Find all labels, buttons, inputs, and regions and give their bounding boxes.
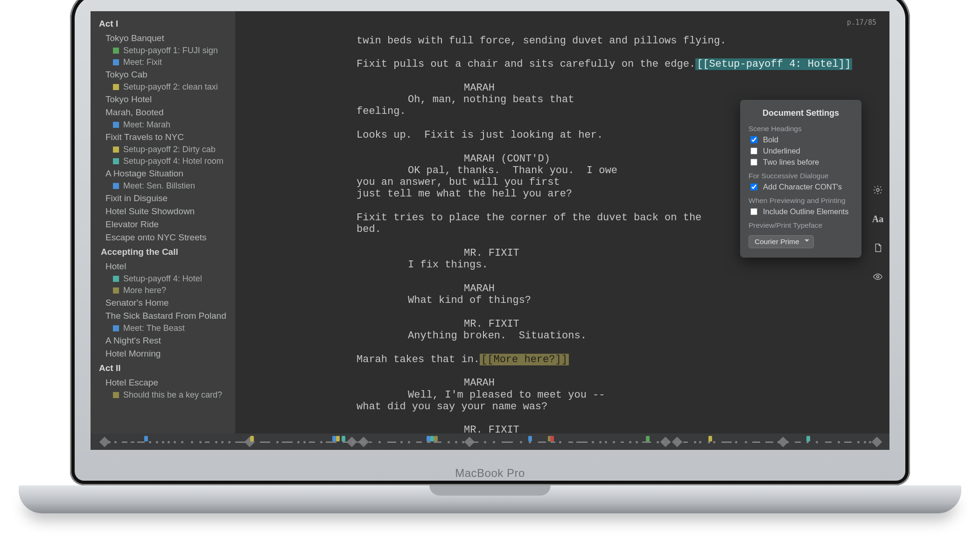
- timeline-dot[interactable]: [869, 441, 871, 443]
- timeline-marker[interactable]: [646, 436, 650, 441]
- outline-scene[interactable]: Hotel Morning: [91, 347, 235, 360]
- timeline-dash[interactable]: [765, 441, 773, 443]
- timeline-dot[interactable]: [168, 441, 170, 443]
- timeline-dash[interactable]: [282, 441, 293, 443]
- timeline-dot[interactable]: [857, 441, 860, 443]
- outline-sidebar[interactable]: Act ITokyo BanquetSetup-payoff 1: FUJI s…: [91, 11, 235, 434]
- outline-scene[interactable]: Senator's Home: [91, 296, 235, 309]
- timeline-dot[interactable]: [320, 441, 322, 443]
- timeline-dot[interactable]: [199, 441, 202, 443]
- timeline-dash[interactable]: [369, 441, 372, 443]
- timeline-marker[interactable]: [336, 436, 340, 441]
- outline-scene[interactable]: Escape onto NYC Streets: [91, 231, 235, 244]
- checkbox-underlined-input[interactable]: [750, 147, 757, 154]
- outline-note[interactable]: Setup-payoff 2: clean taxi: [91, 81, 235, 93]
- timeline-dash[interactable]: [434, 441, 441, 443]
- outline-note[interactable]: More here?: [91, 285, 235, 296]
- timeline-dot[interactable]: [297, 441, 300, 443]
- timeline-dash[interactable]: [576, 441, 588, 443]
- timeline-marker[interactable]: [250, 436, 254, 441]
- outline-note[interactable]: Setup-payoff 2: Dirty cab: [91, 144, 235, 155]
- timeline-dot[interactable]: [657, 441, 659, 443]
- timeline-dot[interactable]: [735, 441, 737, 443]
- checkbox-contd-input[interactable]: [750, 183, 757, 190]
- timeline-marker[interactable]: [806, 436, 810, 441]
- timeline-dash[interactable]: [467, 441, 478, 443]
- timeline-dot[interactable]: [662, 441, 665, 443]
- timeline-dash[interactable]: [416, 441, 422, 443]
- timeline-dash[interactable]: [538, 441, 546, 443]
- outline-scene[interactable]: Tokyo Hotel: [91, 93, 235, 106]
- timeline-marker[interactable]: [332, 436, 336, 441]
- timeline-dot[interactable]: [149, 441, 151, 443]
- timeline-dot[interactable]: [462, 441, 464, 443]
- timeline-dot[interactable]: [668, 441, 670, 443]
- timeline-dot[interactable]: [599, 441, 602, 443]
- page-icon[interactable]: [872, 242, 884, 254]
- timeline-dot[interactable]: [864, 441, 866, 443]
- timeline-marker[interactable]: [144, 436, 148, 441]
- timeline-dot[interactable]: [162, 441, 164, 443]
- timeline-dot[interactable]: [191, 441, 193, 443]
- timeline-dash[interactable]: [343, 441, 348, 443]
- timeline-diamond[interactable]: [872, 437, 882, 448]
- timeline-dot[interactable]: [520, 441, 522, 443]
- timeline-dash[interactable]: [844, 441, 852, 443]
- checkbox-bold[interactable]: Bold: [749, 135, 853, 145]
- timeline-dot[interactable]: [493, 441, 495, 443]
- timeline-track[interactable]: [97, 437, 883, 447]
- timeline-dot[interactable]: [228, 441, 231, 443]
- timeline-dash[interactable]: [137, 441, 145, 443]
- timeline-dash[interactable]: [621, 441, 624, 443]
- inline-note-more-here[interactable]: [[More here?]]: [480, 354, 569, 365]
- outline-act[interactable]: Act II: [91, 360, 235, 376]
- timeline-dot[interactable]: [484, 441, 486, 443]
- timeline-dash[interactable]: [427, 441, 431, 443]
- eye-icon[interactable]: [872, 271, 884, 283]
- outline-act[interactable]: Act I: [91, 16, 235, 32]
- timeline-marker[interactable]: [342, 436, 345, 441]
- timeline-dot[interactable]: [786, 441, 789, 443]
- timeline-marker[interactable]: [427, 436, 430, 441]
- gear-icon[interactable]: [872, 184, 884, 196]
- timeline-dot[interactable]: [276, 441, 279, 443]
- timeline-dash[interactable]: [752, 441, 760, 443]
- checkbox-include-outline[interactable]: Include Outline Elements: [749, 207, 853, 217]
- timeline-dot[interactable]: [408, 441, 410, 443]
- timeline-dot[interactable]: [108, 441, 111, 443]
- timeline-dot[interactable]: [303, 441, 306, 443]
- outline-scene[interactable]: Hotel: [91, 260, 235, 273]
- checkbox-bold-input[interactable]: [750, 136, 757, 143]
- timeline-dash[interactable]: [551, 441, 555, 443]
- timeline-dash[interactable]: [309, 441, 315, 443]
- checkbox-include-outline-input[interactable]: [750, 208, 757, 215]
- timeline-dot[interactable]: [174, 441, 176, 443]
- outline-scene[interactable]: Fixit Travels to NYC: [91, 131, 235, 144]
- timeline-marker[interactable]: [434, 436, 438, 441]
- outline-note[interactable]: Meet: The Beast: [91, 322, 235, 334]
- timeline-dot[interactable]: [613, 441, 615, 443]
- timeline-dot[interactable]: [221, 441, 224, 443]
- timeline-marker[interactable]: [708, 436, 712, 441]
- timeline-dot[interactable]: [636, 441, 638, 443]
- timeline-marker[interactable]: [550, 436, 554, 441]
- outline-scene[interactable]: Hotel Suite Showdown: [91, 205, 235, 218]
- timeline-dot[interactable]: [605, 441, 607, 443]
- timeline-dot[interactable]: [156, 441, 158, 443]
- outline-scene[interactable]: Fixit in Disguise: [91, 192, 235, 205]
- timeline-dot[interactable]: [629, 441, 631, 443]
- timeline-dot[interactable]: [455, 441, 457, 443]
- timeline-dash[interactable]: [260, 441, 270, 443]
- timeline-dash[interactable]: [205, 441, 210, 443]
- timeline-dash[interactable]: [326, 441, 336, 443]
- outline-note[interactable]: Setup-payoff 1: FUJI sign: [91, 45, 235, 56]
- timeline-dash[interactable]: [235, 441, 246, 443]
- inline-note-setup-payoff[interactable]: [[Setup-payoff 4: Hotel]]: [695, 58, 852, 70]
- outline-note[interactable]: Setup-payoff 4: Hotel room: [91, 155, 235, 167]
- timeline-dot[interactable]: [745, 441, 747, 443]
- timeline-dash[interactable]: [568, 441, 573, 443]
- timeline-dash[interactable]: [676, 441, 680, 443]
- checkbox-two-lines-input[interactable]: [750, 159, 757, 166]
- checkbox-two-lines[interactable]: Two lines before: [749, 157, 853, 167]
- timeline-dot[interactable]: [378, 441, 381, 443]
